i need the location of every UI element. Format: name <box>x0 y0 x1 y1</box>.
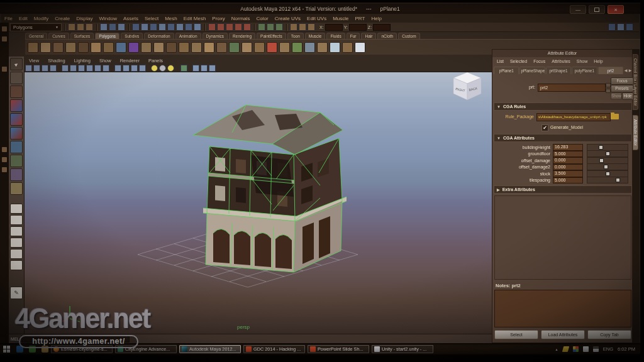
strip-icon[interactable] <box>2 36 7 41</box>
shelf-tab-ncloth[interactable]: nCloth <box>377 33 397 39</box>
vp-isolate-select-icon[interactable] <box>180 65 187 72</box>
attr-slider[interactable] <box>587 157 628 164</box>
vp-bookmark-icon[interactable] <box>33 65 40 72</box>
vp-menu-renderer[interactable]: Renderer <box>116 58 143 63</box>
prt-name-input[interactable]: prt2 <box>538 84 606 92</box>
vp-safe-action-icon[interactable] <box>94 65 101 72</box>
ae-tab-prt2[interactable]: prt2 <box>598 67 623 74</box>
layout-hypershade-icon[interactable] <box>10 249 23 259</box>
ae-tab-pplane1[interactable]: pPlane1 <box>494 67 519 74</box>
load-attributes-button[interactable]: Load Attributes <box>541 330 585 339</box>
rotate-tool-icon[interactable] <box>10 113 23 126</box>
shelf-icon[interactable] <box>242 42 252 53</box>
notification-icon[interactable] <box>583 346 589 352</box>
vp-all-lights-icon[interactable] <box>167 65 174 72</box>
snap-view-icon[interactable] <box>235 23 242 31</box>
shelf-icon[interactable] <box>204 42 214 53</box>
menu-file[interactable]: File <box>1 16 16 21</box>
shelf-icon[interactable] <box>342 42 353 53</box>
shelf-icon[interactable] <box>191 42 202 53</box>
universal-manip-tool-icon[interactable] <box>10 141 23 153</box>
sidebar-toggle-channel-icon[interactable] <box>626 23 633 31</box>
shelf-icon[interactable] <box>317 42 328 53</box>
shelf-icon[interactable] <box>65 42 76 53</box>
strip-icon[interactable] <box>2 157 7 162</box>
hide-button[interactable]: Hide <box>622 92 633 100</box>
shelf-icon[interactable] <box>229 42 240 53</box>
attr-value-input[interactable]: 5.000 <box>553 177 583 184</box>
cga-rules-section-header[interactable]: ▼CGA Rules <box>494 102 632 111</box>
shelf-tab-hair[interactable]: Hair <box>361 33 376 39</box>
vp-camera-icon[interactable] <box>25 65 32 72</box>
shelf-tab-polygons[interactable]: Polygons <box>95 33 119 39</box>
slider-handle[interactable] <box>616 178 620 182</box>
menu-proxy[interactable]: Proxy <box>209 16 228 21</box>
presets-button[interactable]: Presets <box>611 85 633 92</box>
shelf-icon[interactable] <box>78 42 89 53</box>
vp-no-light-icon[interactable] <box>159 65 166 72</box>
select-object-icon[interactable] <box>109 23 116 31</box>
maximize-button[interactable] <box>589 5 605 14</box>
move-tool-icon[interactable] <box>10 99 23 112</box>
selection-mode-dropdown[interactable]: Polygons ▼ <box>10 23 62 31</box>
menu-create[interactable]: Create <box>52 16 73 21</box>
tab-scroll-right-icon[interactable]: ▶ <box>628 68 633 74</box>
shelf-tab-surfaces[interactable]: Surfaces <box>70 33 94 39</box>
rule-package-input[interactable]: s\Altstadthaus_heavydamage_unitprt.rpk <box>536 113 611 121</box>
vp-menu-panels[interactable]: Panels <box>145 58 167 63</box>
attr-slider[interactable] <box>587 177 628 184</box>
vp-default-light-icon[interactable] <box>151 65 158 72</box>
attr-value-input[interactable]: 3.500 <box>553 170 583 177</box>
layout-persp-graph-icon[interactable] <box>10 238 23 248</box>
shelf-icon[interactable] <box>254 42 265 53</box>
menu-window[interactable]: Window <box>96 16 120 21</box>
attr-value-input[interactable]: 0.000 <box>553 157 583 164</box>
copy-tab-button[interactable]: Copy Tab <box>587 330 631 339</box>
shelf-tab-fluids[interactable]: Fluids <box>326 33 345 39</box>
attr-value-input[interactable]: 0.000 <box>553 164 583 171</box>
render-icon[interactable] <box>290 23 297 31</box>
x-coord-input[interactable] <box>325 24 343 31</box>
pen-input-icon[interactable]: ✎ <box>10 287 23 299</box>
menu-mesh[interactable]: Mesh <box>162 16 180 21</box>
menu-help[interactable]: Help <box>368 16 384 21</box>
vp-shaded-icon[interactable] <box>123 65 130 72</box>
select-tool-icon[interactable]: ► <box>10 58 23 70</box>
shelf-icon[interactable] <box>53 42 64 53</box>
ae-menu-selected[interactable]: Selected <box>507 59 530 63</box>
strip-icon[interactable] <box>2 147 7 152</box>
clock[interactable]: 6:02 PM <box>618 346 635 352</box>
cga-attributes-section-header[interactable]: ▼CGA Attributes <box>494 134 632 142</box>
shelf-icon[interactable] <box>128 42 139 53</box>
slider-handle[interactable] <box>599 145 603 150</box>
folder-browse-icon[interactable] <box>611 114 619 119</box>
strip-icon[interactable] <box>2 167 7 172</box>
mask-faces-icon[interactable] <box>150 23 157 31</box>
swap-up-icon[interactable] <box>606 83 611 87</box>
ime-icon[interactable] <box>562 346 569 352</box>
vp-menu-shading[interactable]: Shading <box>44 58 69 63</box>
mask-deform-icon[interactable] <box>167 23 175 31</box>
ae-menu-show[interactable]: Show <box>574 59 591 63</box>
generate-model-checkbox[interactable]: ✔ <box>541 124 548 131</box>
layout-custom-icon[interactable] <box>10 260 23 270</box>
minimize-button[interactable]: — <box>570 5 586 14</box>
input-connections-icon[interactable] <box>258 23 265 31</box>
select-button[interactable]: Select <box>494 330 538 339</box>
y-coord-input[interactable] <box>349 24 367 31</box>
shelf-icon[interactable] <box>304 42 315 53</box>
ae-menu-attributes[interactable]: Attributes <box>548 59 574 63</box>
tray-expand-icon[interactable]: ▲ <box>555 348 558 351</box>
snap-point-icon[interactable] <box>226 23 233 31</box>
vp-grid-toggle-icon[interactable] <box>50 65 57 72</box>
vp-menu-view[interactable]: View <box>25 58 43 63</box>
shelf-tab-painteffects[interactable]: PaintEffects <box>257 33 286 39</box>
layout-persp-outliner-icon[interactable] <box>10 226 23 236</box>
taskbar-item-maya[interactable]: Autodesk Maya 2012... <box>179 345 241 353</box>
vp-film-gate-icon[interactable] <box>62 65 69 72</box>
mel-label[interactable]: MEL <box>11 337 19 341</box>
snap-surface-icon[interactable] <box>243 23 251 31</box>
dock-tab-attribute-editor[interactable]: Attribute Editor <box>633 115 638 150</box>
ae-menu-focus[interactable]: Focus <box>530 59 548 63</box>
open-scene-icon[interactable] <box>77 23 84 31</box>
